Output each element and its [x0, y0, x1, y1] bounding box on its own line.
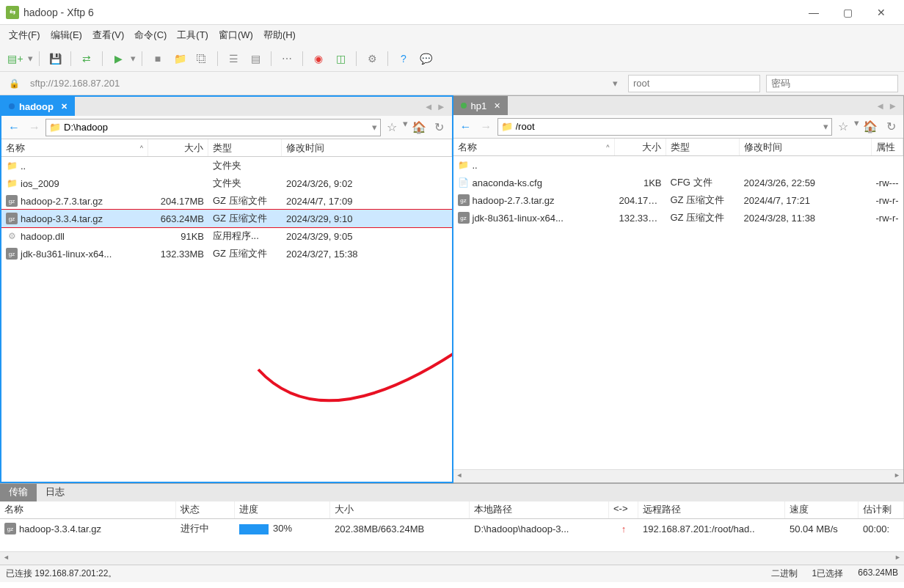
tab-next-icon[interactable]: ► [437, 101, 446, 112]
file-row[interactable]: 📁.. [453, 156, 904, 174]
tab-close-icon[interactable]: ✕ [494, 101, 500, 111]
file-mtime: 2024/3/27, 15:38 [282, 249, 452, 260]
star-icon[interactable]: ☆ [834, 117, 853, 136]
file-row[interactable]: gzjdk-8u361-linux-x64... 132.33MB GZ 压缩文… [1, 245, 452, 262]
back-icon[interactable]: ← [456, 117, 475, 136]
swirl-icon[interactable]: ◉ [309, 49, 328, 68]
box-icon[interactable]: ◫ [331, 49, 350, 68]
forward-icon[interactable]: → [25, 118, 44, 137]
left-path-box[interactable]: 📁 ▾ [45, 119, 381, 136]
tab-next-icon[interactable]: ► [888, 100, 897, 111]
list2-icon[interactable]: ▤ [246, 49, 265, 68]
th-status[interactable]: 状态 [176, 501, 235, 518]
file-row[interactable]: 📄anaconda-ks.cfg 1KB CFG 文件 2024/3/26, 2… [453, 174, 904, 191]
status-connection: 已连接 192.168.87.201:22。 [6, 567, 117, 580]
file-row[interactable]: 📁ios_2009 文件夹 2024/3/26, 9:02 [1, 174, 452, 192]
dropdown2-icon[interactable]: ▾ [854, 117, 859, 136]
th-progress[interactable]: 进度 [235, 501, 330, 518]
transfer-icon[interactable]: ⇄ [77, 49, 96, 68]
tab-transfer[interactable]: 传输 [0, 484, 37, 501]
file-row[interactable]: 📁.. 文件夹 [1, 157, 452, 174]
file-type: GZ 压缩文件 [208, 212, 282, 225]
horizontal-scrollbar[interactable] [453, 469, 904, 482]
new-session-icon[interactable]: ▤+ [6, 49, 25, 68]
home-icon[interactable]: 🏠 [409, 118, 429, 137]
menu-cmd[interactable]: 命令(C) [134, 29, 167, 42]
play-icon[interactable]: ▶ [109, 49, 128, 68]
tab-prev-icon[interactable]: ◄ [875, 100, 885, 111]
th-remote[interactable]: 远程路径 [638, 501, 785, 518]
col-mtime[interactable]: 修改时间 [740, 139, 872, 155]
file-name: ios_2009 [21, 178, 59, 189]
gear-icon[interactable]: ⚙ [362, 49, 382, 68]
path-dropdown-icon[interactable]: ▾ [372, 122, 377, 133]
col-name[interactable]: 名称^ [453, 139, 615, 155]
list-icon[interactable]: ☰ [224, 49, 243, 68]
menu-edit[interactable]: 编辑(E) [51, 29, 82, 42]
file-size: 91KB [148, 231, 208, 242]
dots-icon[interactable]: ⋯ [277, 49, 296, 68]
tab-hp1[interactable]: hp1 ✕ [453, 96, 508, 115]
home-icon[interactable]: 🏠 [861, 117, 880, 136]
left-file-list[interactable]: 📁.. 文件夹 📁ios_2009 文件夹 2024/3/26, 9:02gzh… [1, 157, 452, 482]
status-dot-icon [9, 103, 15, 109]
col-attr[interactable]: 属性 [872, 139, 904, 155]
file-row[interactable]: ⚙hadoop.dll 91KB 应用程序... 2024/3/29, 9:05 [1, 227, 452, 245]
tab-prev-icon[interactable]: ◄ [424, 101, 434, 112]
left-path-input[interactable] [64, 122, 372, 133]
chat-icon[interactable]: 💬 [416, 49, 435, 68]
file-row[interactable]: gzjdk-8u361-linux-x64... 132.33MB GZ 压缩文… [453, 209, 904, 227]
path-dropdown-icon[interactable]: ▾ [823, 121, 828, 132]
copy-icon[interactable]: ⿻ [192, 49, 211, 68]
tab-log[interactable]: 日志 [37, 484, 73, 501]
save-icon[interactable]: 💾 [45, 49, 65, 68]
bottom-scrollbar[interactable] [0, 551, 904, 565]
close-button[interactable]: ✕ [864, 1, 898, 23]
stop-icon[interactable]: ■ [148, 49, 167, 68]
tab-hadoop[interactable]: hadoop ✕ [1, 97, 75, 116]
transfer-row[interactable]: gzhadoop-3.3.4.tar.gz 进行中 30% 202.38MB/6… [0, 519, 904, 538]
star-icon[interactable]: ☆ [382, 118, 401, 137]
menu-help[interactable]: 帮助(H) [263, 29, 296, 42]
minimize-button[interactable]: — [797, 1, 831, 23]
username-input[interactable] [628, 75, 760, 92]
refresh-icon[interactable]: ↻ [430, 118, 449, 137]
col-type[interactable]: 类型 [208, 139, 282, 156]
col-mtime[interactable]: 修改时间 [282, 139, 452, 156]
col-type[interactable]: 类型 [666, 139, 740, 155]
menu-tool[interactable]: 工具(T) [177, 29, 208, 42]
col-size[interactable]: 大小 [615, 139, 666, 155]
refresh-icon[interactable]: ↻ [881, 117, 900, 136]
file-row[interactable]: gzhadoop-2.7.3.tar.gz 204.17MB GZ 压缩文件 2… [1, 192, 452, 210]
th-speed[interactable]: 速度 [785, 501, 859, 518]
menu-window[interactable]: 窗口(W) [219, 29, 253, 42]
dropdown-icon[interactable]: ▾ [28, 53, 33, 64]
folder-path-icon: 📁 [49, 122, 61, 133]
maximize-button[interactable]: ▢ [831, 1, 864, 23]
file-row[interactable]: gzhadoop-2.7.3.tar.gz 204.17MB GZ 压缩文件 2… [453, 191, 904, 209]
dropdown2-icon[interactable]: ▾ [403, 118, 408, 137]
col-size[interactable]: 大小 [148, 139, 208, 156]
col-name[interactable]: 名称^ [1, 139, 148, 156]
th-dir[interactable]: <-> [609, 501, 638, 518]
th-size[interactable]: 大小 [330, 501, 470, 518]
right-file-list[interactable]: 📁.. 📄anaconda-ks.cfg 1KB CFG 文件 2024/3/2… [453, 156, 904, 469]
help-icon[interactable]: ? [394, 49, 413, 68]
address-input[interactable] [26, 75, 605, 92]
right-path-input[interactable] [516, 121, 824, 132]
menu-view[interactable]: 查看(V) [92, 29, 124, 42]
password-input[interactable] [766, 75, 898, 92]
menu-file[interactable]: 文件(F) [9, 29, 40, 42]
back-icon[interactable]: ← [4, 118, 23, 137]
folder-icon[interactable]: 📁 [170, 49, 189, 68]
right-path-box[interactable]: 📁 ▾ [497, 118, 833, 136]
address-dropdown-icon[interactable]: ▾ [608, 78, 622, 89]
file-mtime: 2024/3/29, 9:10 [282, 213, 452, 224]
play-dropdown-icon[interactable]: ▾ [131, 53, 136, 64]
forward-icon[interactable]: → [477, 117, 496, 136]
th-name[interactable]: 名称 [0, 501, 176, 518]
tab-close-icon[interactable]: ✕ [61, 102, 68, 111]
th-eta[interactable]: 估计剩 [859, 501, 904, 518]
file-row[interactable]: gzhadoop-3.3.4.tar.gz 663.24MB GZ 压缩文件 2… [1, 210, 452, 227]
th-local[interactable]: 本地路径 [470, 501, 609, 518]
